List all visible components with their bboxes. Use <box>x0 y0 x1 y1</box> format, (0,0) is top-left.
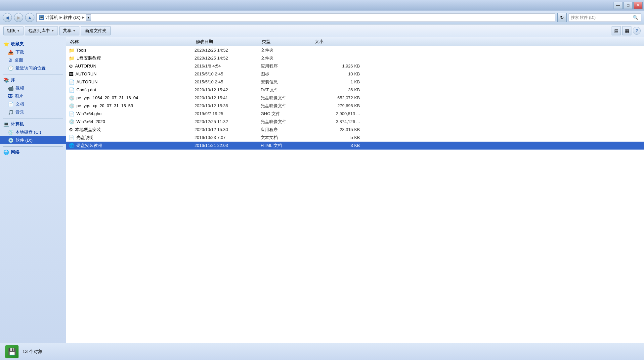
table-row[interactable]: 📄 AUTORUN 2015/5/10 2:45 安装信息 1 KB <box>66 78 644 86</box>
file-icon: 💿 <box>69 119 74 124</box>
file-name-text: U盘安装教程 <box>76 55 101 61</box>
forward-button[interactable]: ▶ <box>14 13 23 22</box>
table-row[interactable]: 🖼 AUTORUN 2015/5/10 2:45 图标 10 KB <box>66 70 644 78</box>
status-icon-glyph: 💾 <box>8 348 16 356</box>
sidebar-item-d-drive[interactable]: 💿 软件 (D:) <box>0 136 66 144</box>
file-name-text: 本地硬盘安装 <box>75 127 101 133</box>
sidebar-divider-1 <box>3 74 63 74</box>
up-button[interactable]: ▲ <box>25 13 34 22</box>
breadcrumb: 💻 计算机 ▶ 软件 (D:) ▶ ▼ <box>36 13 555 22</box>
new-folder-button[interactable]: 新建文件夹 <box>81 26 111 35</box>
file-icon: 🌐 <box>69 143 74 148</box>
file-date-cell: 2015/5/10 2:45 <box>194 71 261 76</box>
table-row[interactable]: ⚙ 本地硬盘安装 2020/10/12 15:30 应用程序 28,315 KB <box>66 126 644 134</box>
file-name-cell: 📄 Win7x64.gho <box>69 111 194 116</box>
file-date-cell: 2020/12/25 11:32 <box>194 119 261 124</box>
file-name-text: Win7x64_2020 <box>76 119 105 124</box>
sidebar-item-video[interactable]: 📹 视频 <box>0 84 66 92</box>
table-row[interactable]: 📄 Config.dat 2020/10/12 15:42 DAT 文件 36 … <box>66 86 644 94</box>
sidebar-header-computer[interactable]: 💻 计算机 <box>0 120 66 128</box>
file-name-text: AUTORUN <box>76 79 98 84</box>
sidebar-section-network: 🌐 网络 <box>0 148 66 157</box>
include-label: 包含到库中 <box>28 28 50 34</box>
search-box[interactable]: 🔍 <box>569 13 641 22</box>
file-date-cell: 2020/12/25 14:52 <box>194 48 261 53</box>
view-toggle-button[interactable]: ▤ <box>612 26 621 35</box>
table-row[interactable]: ⚙ AUTORUN 2016/1/8 4:54 应用程序 1,926 KB <box>66 62 644 70</box>
file-name-cell: 📄 AUTORUN <box>69 79 194 85</box>
sidebar-divider-2 <box>3 118 63 118</box>
file-icon: ⚙ <box>69 64 73 69</box>
file-icon: 💿 <box>69 95 74 101</box>
sidebar: ⭐ 收藏夹 📥 下载 🖥 桌面 🕐 最近访问的位置 📚 库 <box>0 37 66 343</box>
sidebar-item-desktop[interactable]: 🖥 桌面 <box>0 56 66 64</box>
sidebar-favorites-label: 收藏夹 <box>11 41 24 47</box>
file-size-cell: 1 KB <box>314 79 360 84</box>
sidebar-header-favorites[interactable]: ⭐ 收藏夹 <box>0 40 66 48</box>
file-date-cell: 2020/10/12 15:42 <box>194 87 261 92</box>
organize-label: 组织 <box>7 28 16 34</box>
organize-button[interactable]: 组织 ▼ <box>3 26 23 35</box>
sidebar-header-network[interactable]: 🌐 网络 <box>0 148 66 157</box>
sidebar-item-c-drive[interactable]: 💿 本地磁盘 (C:) <box>0 128 66 136</box>
help-button[interactable]: ? <box>633 27 641 35</box>
file-date-cell: 2020/10/12 15:30 <box>194 127 261 132</box>
file-icon: 📄 <box>69 135 74 140</box>
minimize-button[interactable]: — <box>614 2 623 9</box>
breadcrumb-drive[interactable]: 软件 (D:) <box>64 15 80 21</box>
table-row[interactable]: 💿 Win7x64_2020 2020/12/25 11:32 光盘映像文件 3… <box>66 118 644 126</box>
breadcrumb-computer[interactable]: 计算机 <box>45 15 58 21</box>
search-icon[interactable]: 🔍 <box>632 14 639 21</box>
close-button[interactable]: ✕ <box>633 2 643 9</box>
recent-icon: 🕐 <box>8 66 14 71</box>
file-size-cell: 10 KB <box>314 71 360 76</box>
file-date-cell: 2019/9/7 19:25 <box>194 111 261 116</box>
table-row[interactable]: 📄 光盘说明 2016/10/23 7:07 文本文档 5 KB <box>66 134 644 142</box>
sidebar-item-recent[interactable]: 🕐 最近访问的位置 <box>0 64 66 72</box>
table-row[interactable]: 💿 pe_yqs_1064_20_07_31_16_04 2020/10/12 … <box>66 94 644 102</box>
file-icon: 📁 <box>69 48 74 53</box>
breadcrumb-drive-label: 软件 (D:) <box>64 15 80 21</box>
file-type-cell: 光盘映像文件 <box>261 119 314 125</box>
file-type-cell: 应用程序 <box>261 63 314 69</box>
maximize-button[interactable]: □ <box>623 2 633 9</box>
sidebar-network-label: 网络 <box>11 149 20 155</box>
sidebar-header-library[interactable]: 📚 库 <box>0 76 66 84</box>
file-type-cell: 光盘映像文件 <box>261 103 314 109</box>
sidebar-item-documents[interactable]: 📄 文档 <box>0 100 66 108</box>
table-row[interactable]: 📄 Win7x64.gho 2019/9/7 19:25 GHO 文件 2,90… <box>66 110 644 118</box>
table-row[interactable]: 💿 pe_yqs_xp_20_07_31_15_53 2020/10/12 15… <box>66 102 644 110</box>
new-folder-label: 新建文件夹 <box>85 28 107 34</box>
file-type-cell: 文本文档 <box>261 135 314 141</box>
table-row[interactable]: 📁 U盘安装教程 2020/12/25 14:52 文件夹 <box>66 54 644 62</box>
sidebar-d-drive-label: 软件 (D:) <box>16 137 32 143</box>
file-name-text: Win7x64.gho <box>76 111 102 116</box>
file-name-text: AUTORUN <box>75 64 96 68</box>
refresh-button[interactable]: ↻ <box>557 13 567 22</box>
include-library-button[interactable]: 包含到库中 ▼ <box>25 26 58 35</box>
col-header-size[interactable]: 大小 <box>314 39 360 45</box>
share-button[interactable]: 共享 ▼ <box>59 26 79 35</box>
table-row[interactable]: 🌐 硬盘安装教程 2016/11/21 22:03 HTML 文档 3 KB <box>66 142 644 150</box>
file-name-text: AUTORUN <box>75 71 97 76</box>
file-icon: 📄 <box>69 79 74 85</box>
col-header-name[interactable]: 名称 <box>69 39 194 45</box>
view-mode-button[interactable]: ▦ <box>622 26 631 35</box>
file-type-cell: 文件夹 <box>261 55 314 61</box>
search-input[interactable] <box>571 15 632 20</box>
file-date-cell: 2020/10/12 15:41 <box>194 95 261 100</box>
sidebar-item-music[interactable]: 🎵 音乐 <box>0 108 66 116</box>
sidebar-item-downloads[interactable]: 📥 下载 <box>0 48 66 56</box>
col-header-date[interactable]: 修改日期 <box>194 39 261 45</box>
title-bar: — □ ✕ <box>0 0 644 11</box>
file-name-cell: 🖼 AUTORUN <box>69 71 194 77</box>
sidebar-item-pictures[interactable]: 🖼 图片 <box>0 92 66 100</box>
table-row[interactable]: 📁 Tools 2020/12/25 14:52 文件夹 <box>66 46 644 54</box>
sidebar-recent-label: 最近访问的位置 <box>16 65 46 71</box>
col-header-type[interactable]: 类型 <box>261 39 314 45</box>
file-name-cell: ⚙ 本地硬盘安装 <box>69 127 194 133</box>
breadcrumb-dropdown[interactable]: ▼ <box>86 14 91 21</box>
back-button[interactable]: ◀ <box>3 13 12 22</box>
status-bar: 💾 13 个对象 <box>0 343 644 360</box>
computer-header-icon: 💻 <box>3 121 9 127</box>
